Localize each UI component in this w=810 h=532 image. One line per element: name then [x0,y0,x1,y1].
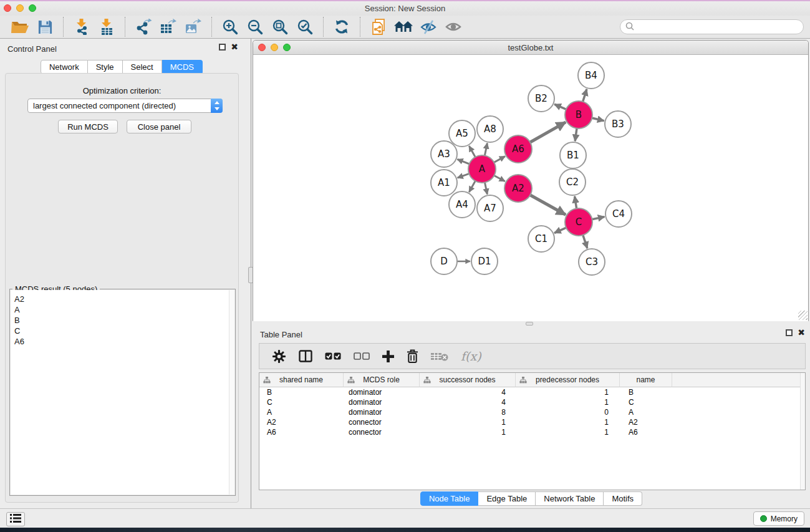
toolbar-separator [323,17,324,37]
clone-network-icon[interactable] [366,17,391,37]
open-session-icon[interactable] [7,17,32,37]
table-settings-icon[interactable] [272,349,286,364]
cell-filler [672,427,805,437]
cell[interactable]: B [259,387,344,397]
network-graph: B4B2BB3A5A8A6B1A3AA1C2A4A7A2C4CC1C3DD1 [253,55,808,321]
cell[interactable]: 4 [420,387,516,397]
column-header-successor-nodes[interactable]: successor nodes [420,373,516,387]
select-all-checkboxes-icon[interactable] [325,352,341,360]
window-resize-grip[interactable] [798,311,808,320]
cell[interactable]: A6 [259,427,344,437]
table-row-a2[interactable]: A2connector11A2 [259,417,805,427]
export-table-icon[interactable] [156,17,181,37]
import-table-icon[interactable] [94,17,119,37]
list-icon [10,513,21,525]
cell[interactable]: 1 [516,387,620,397]
node-label-A6: A6 [512,143,524,155]
float-table-panel-icon[interactable] [786,329,793,336]
cell[interactable]: dominator [344,407,420,417]
save-session-icon[interactable] [32,17,57,37]
cell[interactable]: 1 [516,397,620,407]
cell[interactable]: A2 [259,417,344,427]
show-columns-icon[interactable] [299,350,312,362]
tab-node-table[interactable]: Node Table [420,491,479,506]
tab-network-table[interactable]: Network Table [536,491,604,506]
refresh-icon[interactable] [329,17,354,37]
node-label-C: C [576,216,582,228]
function-builder-icon: f(x) [461,349,481,363]
node-label-C1: C1 [535,233,547,244]
zoom-selected-icon[interactable] [292,17,317,37]
close-table-panel-icon[interactable]: ✖ [798,329,805,336]
memory-button[interactable]: Memory [753,511,804,526]
result-item-b[interactable]: B [11,315,229,326]
show-all-icon[interactable] [441,17,466,37]
column-tree-icon [519,377,527,385]
export-network-icon[interactable] [131,17,156,37]
column-header-predecessor-nodes[interactable]: predecessor nodes [516,373,620,387]
tab-mcds[interactable]: MCDS [162,60,203,74]
toolbar-separator [125,17,125,37]
result-item-c[interactable]: C [11,326,229,336]
run-mcds-button[interactable]: Run MCDS [58,120,118,133]
tab-select[interactable]: Select [123,60,162,74]
result-list-scrollbar[interactable] [229,290,234,495]
table-scrollbar[interactable] [800,373,805,490]
cell[interactable]: A6 [620,427,672,437]
table-row-c[interactable]: Cdominator41C [259,397,805,407]
close-panel-icon[interactable]: ✖ [231,44,238,51]
cell[interactable]: C [620,397,672,407]
cell[interactable]: C [259,397,344,407]
show-panels-button[interactable] [6,512,25,526]
cell[interactable]: 8 [420,407,516,417]
add-column-icon[interactable] [382,351,394,362]
cell[interactable]: A [620,407,672,417]
deselect-all-checkboxes-icon[interactable] [354,352,370,360]
cell[interactable]: 4 [420,397,516,407]
zoom-in-icon[interactable] [218,17,243,37]
column-header-name[interactable]: name [620,373,672,387]
cell[interactable]: 1 [420,427,516,437]
result-item-a6[interactable]: A6 [11,336,229,347]
cell[interactable]: 1 [420,417,516,427]
table-row-b[interactable]: Bdominator41B [259,387,805,397]
network-canvas[interactable]: B4B2BB3A5A8A6B1A3AA1C2A4A7A2C4CC1C3DD1 [253,55,808,321]
optimization-criterion-dropdown[interactable]: largest connected component (directed) [27,99,223,113]
result-item-a[interactable]: A [11,304,229,315]
import-network-icon[interactable] [69,17,94,37]
table-body: Bdominator41BCdominator41CAdominator80AA… [259,387,805,437]
tab-edge-table[interactable]: Edge Table [478,491,536,506]
float-panel-icon[interactable] [219,44,226,51]
cell[interactable]: connector [344,417,420,427]
status-bar: Memory [0,508,810,528]
cell[interactable]: B [620,387,672,397]
cell[interactable]: dominator [344,387,420,397]
close-panel-button[interactable]: Close panel [127,120,191,133]
tab-motifs[interactable]: Motifs [604,491,642,506]
node-table: shared nameMCDS rolesuccessor nodesprede… [259,372,806,490]
node-label-A4: A4 [456,199,468,210]
cell-filler [672,387,805,397]
export-image-icon[interactable] [181,17,206,37]
hide-selected-icon[interactable] [416,17,441,37]
zoom-fit-icon[interactable] [268,17,292,37]
tab-network[interactable]: Network [41,60,88,74]
cell[interactable]: 0 [516,407,620,417]
column-header-mcds-role[interactable]: MCDS role [344,373,420,387]
table-row-a[interactable]: Adominator80A [259,407,805,417]
cell[interactable]: 1 [516,427,620,437]
tab-style[interactable]: Style [88,60,123,74]
table-row-a6[interactable]: A6connector11A6 [259,427,805,437]
cell[interactable]: 1 [516,417,620,427]
cell[interactable]: dominator [344,397,420,407]
cell[interactable]: A2 [620,417,672,427]
cell[interactable]: connector [344,427,420,437]
first-neighbors-icon[interactable] [391,17,416,37]
search-input[interactable] [634,21,803,32]
node-label-A1: A1 [438,177,450,188]
delete-column-icon[interactable] [407,349,418,364]
cell[interactable]: A [259,407,344,417]
zoom-out-icon[interactable] [243,17,268,37]
column-header-shared-name[interactable]: shared name [259,373,344,387]
result-item-a2[interactable]: A2 [11,294,229,304]
